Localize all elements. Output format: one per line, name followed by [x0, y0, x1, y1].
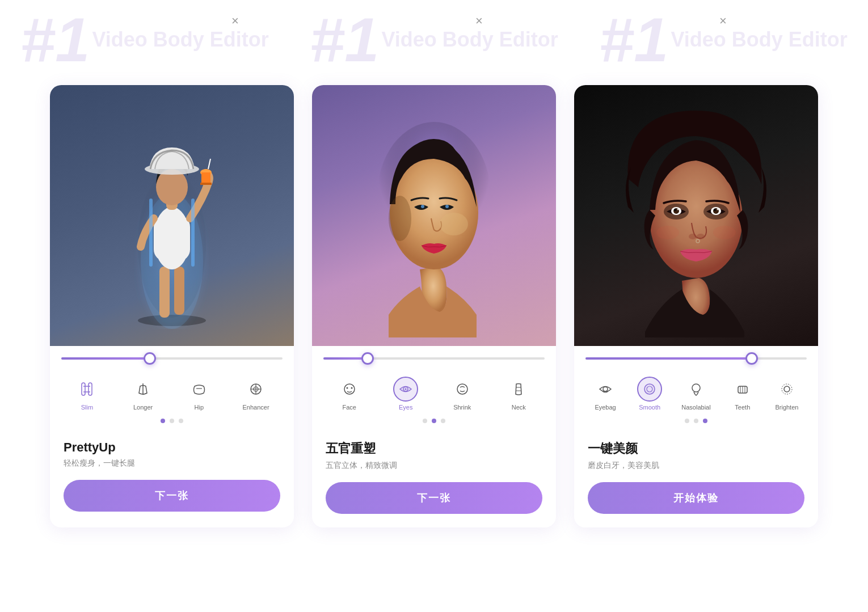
svg-rect-6	[154, 216, 190, 261]
teeth-icon-circle	[730, 377, 755, 402]
card-2-icon-shrink[interactable]: Shrink	[450, 377, 475, 411]
card-3-slider-thumb[interactable]	[745, 352, 758, 365]
card-1-icon-slim[interactable]: Slim	[74, 377, 99, 411]
card-face-reshape: Face Eyes	[312, 85, 556, 527]
dot-1-1[interactable]	[161, 419, 165, 423]
svg-point-29	[421, 205, 424, 208]
face-figure-3	[617, 94, 776, 337]
eyes-icon-label: Eyes	[399, 404, 412, 411]
svg-rect-4	[174, 267, 184, 315]
card-2-title: 五官重塑	[326, 440, 542, 457]
svg-point-65	[782, 384, 792, 394]
card-3-icon-eyebag[interactable]: Eyebag	[593, 377, 618, 411]
face-icon-circle	[337, 377, 362, 402]
slim-icon-circle	[74, 377, 99, 402]
svg-point-52	[697, 234, 705, 239]
card-1-subtitle: 轻松瘦身，一键长腿	[64, 458, 280, 469]
eyebag-icon-label: Eyebag	[595, 404, 616, 411]
neck-icon-label: Neck	[512, 404, 526, 411]
card-3-icon-brighten[interactable]: Brighten	[774, 377, 799, 411]
card-3-slider-track[interactable]	[585, 357, 807, 360]
brighten-icon-circle	[774, 377, 799, 402]
svg-point-48	[714, 209, 716, 211]
card-2-icon-neck[interactable]: Neck	[506, 377, 531, 411]
watermark-hash-3: #1	[599, 9, 668, 71]
watermark-container: #1 Video Body Editor #1 Video Body Edito…	[0, 0, 868, 79]
card-2-bottom: 五官重塑 五官立体，精致微调 下一张	[312, 429, 556, 527]
neck-icon-circle	[506, 377, 531, 402]
card-2-icons-row: Face Eyes	[312, 371, 556, 414]
longer-icon-label: Longer	[133, 404, 153, 411]
svg-rect-17	[89, 383, 92, 395]
nasolabial-icon-label: Nasolabial	[681, 404, 710, 411]
watermark-text-1: Video Body Editor	[92, 29, 268, 50]
card-3-image	[574, 85, 818, 346]
svg-point-28	[389, 196, 411, 241]
card-3-bottom: 一键美颜 磨皮白牙，美容美肌 开始体验	[574, 429, 818, 527]
card-1-button[interactable]: 下一张	[64, 480, 280, 512]
card-3-icon-smooth[interactable]: Smooth	[637, 377, 662, 411]
watermark-hash-2: #1	[310, 9, 379, 71]
dot-1-2[interactable]	[170, 419, 174, 423]
close-button-2[interactable]: ×	[471, 12, 487, 29]
card-2-icon-face[interactable]: Face	[337, 377, 362, 411]
svg-point-54	[656, 226, 679, 239]
hip-icon-circle	[187, 377, 212, 402]
card-2-slider-track[interactable]	[323, 357, 545, 360]
card-1-slider-track[interactable]	[61, 357, 283, 360]
watermark-hash-1: #1	[20, 9, 90, 71]
card-1-slider-fill	[61, 357, 150, 360]
svg-point-37	[457, 384, 467, 394]
watermark-text-2: Video Body Editor	[381, 29, 558, 50]
svg-rect-12	[200, 183, 212, 185]
card-1-icon-hip[interactable]: Hip	[187, 377, 212, 411]
svg-rect-14	[149, 199, 153, 267]
card-1-icon-enhancer[interactable]: Enhancer	[243, 377, 269, 411]
card-2-button[interactable]: 下一张	[326, 482, 542, 514]
dot-2-3[interactable]	[441, 419, 445, 423]
card-1-dots	[50, 414, 294, 429]
smooth-icon-circle	[637, 377, 662, 402]
card-1-slider-thumb[interactable]	[144, 352, 156, 365]
svg-point-55	[713, 226, 736, 239]
svg-rect-16	[82, 383, 85, 395]
brighten-icon-label: Brighten	[775, 404, 798, 411]
svg-point-33	[346, 387, 348, 389]
eyebag-icon-circle	[593, 377, 618, 402]
close-button-3[interactable]: ×	[715, 12, 731, 29]
close-button-1[interactable]: ×	[227, 12, 243, 29]
card-1-title: PrettyUp	[64, 440, 280, 455]
cards-container: Slim Longer Hip	[0, 85, 868, 527]
card-beauty: Eyebag Smooth Nasolabial	[574, 85, 818, 527]
nasolabial-icon-circle	[684, 377, 709, 402]
card-2-slider-thumb[interactable]	[361, 352, 374, 365]
dot-2-2[interactable]	[432, 419, 436, 423]
slim-icon-label: Slim	[81, 404, 93, 411]
card-3-button[interactable]: 开始体验	[588, 482, 804, 514]
card-3-icon-nasolabial[interactable]: Nasolabial	[681, 377, 710, 411]
card-1-icon-longer[interactable]: Longer	[130, 377, 155, 411]
card-2-slider-area	[312, 346, 556, 371]
smooth-icon-label: Smooth	[639, 404, 660, 411]
svg-point-57	[644, 384, 655, 394]
card-3-dots	[574, 414, 818, 429]
teeth-icon-label: Teeth	[735, 404, 750, 411]
svg-point-34	[351, 387, 352, 389]
card-prettyup: Slim Longer Hip	[50, 85, 294, 527]
card-1-image	[50, 85, 294, 346]
card-2-icon-eyes[interactable]: Eyes	[393, 377, 418, 411]
dot-3-1[interactable]	[685, 419, 689, 423]
card-3-subtitle: 磨皮白牙，美容美肌	[588, 461, 804, 471]
dot-2-1[interactable]	[423, 419, 427, 423]
svg-point-30	[445, 205, 449, 208]
face-figure-2	[355, 94, 513, 337]
svg-rect-3	[159, 267, 170, 318]
card-1-bottom: PrettyUp 轻松瘦身，一键长腿 下一张	[50, 429, 294, 525]
watermark-text-3: Video Body Editor	[671, 29, 847, 50]
card-3-slider-area	[574, 346, 818, 371]
card-3-icon-teeth[interactable]: Teeth	[730, 377, 755, 411]
svg-point-31	[440, 213, 468, 235]
dot-3-3[interactable]	[703, 419, 707, 423]
dot-1-3[interactable]	[179, 419, 183, 423]
dot-3-2[interactable]	[694, 419, 698, 423]
